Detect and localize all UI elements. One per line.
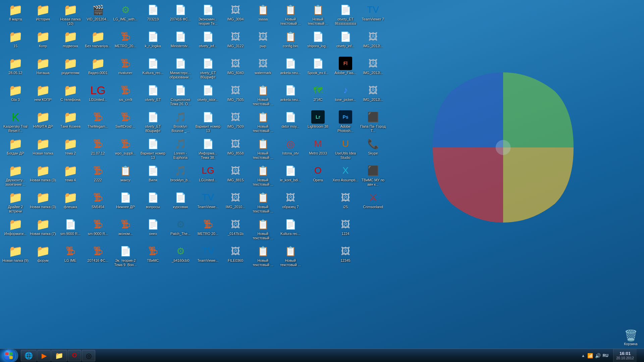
desktop-icon-img7509[interactable]: 🖼IMG_7509	[222, 109, 249, 136]
desktop-icon-21.07.12[interactable]: 🗜21.07.12	[84, 136, 112, 163]
desktop-icon-novyitek2[interactable]: 📋Новый текстовый ...	[249, 109, 277, 136]
desktop-icon-skype[interactable]: 📞Skype	[359, 136, 387, 163]
desktop-icon-ryp[interactable]: 🖼рыр	[249, 28, 277, 55]
desktop-icon-novayap9[interactable]: 📁Новая папка (9)	[2, 243, 29, 270]
desktop-icon-c84160cb[interactable]: ⚙_b4160cb0	[167, 243, 194, 270]
desktop-icon-novyytek[interactable]: 📋Новый текстовый ...	[304, 2, 332, 28]
desktop-icon-novyitek8[interactable]: 📋Новый текстовый ...	[277, 2, 304, 28]
desktop-icon-opera[interactable]: OOpera	[304, 163, 332, 189]
desktop-icon-stona_otv[interactable]: ◎Istona_otv	[277, 136, 304, 163]
desktop-icon-forum[interactable]: 📁форум	[29, 243, 57, 270]
desktop-icon-brooklyn_b2[interactable]: 🎵brooklyn_b...	[167, 163, 194, 189]
desktop-icon-lgunited[interactable]: LGLGUnited...	[84, 82, 112, 109]
desktop-icon-file0360[interactable]: 🖼FILE0360	[222, 243, 249, 270]
desktop-icon-variantnomer2[interactable]: 📄Вариант номер 13	[194, 109, 222, 136]
desktop-icon-roditelyam[interactable]: 📁родителям	[57, 55, 84, 82]
desktop-icon-novayap10[interactable]: 📁Новая папка (10)	[57, 2, 84, 28]
tray-arrow[interactable]: ▲	[581, 353, 585, 358]
desktop-icon-img20102[interactable]: 🖼IMG_2010...	[222, 189, 249, 216]
desktop-icon-gta3[interactable]: 📁Gta 3	[2, 82, 29, 109]
desktop-icon-beznaz[interactable]: 📁Без nazvaniya...	[84, 28, 112, 55]
taskbar-chrome[interactable]: ◎	[82, 350, 95, 361]
desktop-icon-anketanew2[interactable]: 📄anketa neu...	[277, 82, 304, 109]
desktop-icon-sm9000[interactable]: 📄sm-9000 R...	[57, 216, 84, 243]
desktop-icon-teamviewer7[interactable]: TVTeamViewer 7	[359, 2, 387, 28]
desktop-icon-metro20[interactable]: 🗜METRO_20...	[112, 28, 139, 55]
desktop-icon-papa[interactable]: ⬛Папа Па- Город Т...	[359, 109, 387, 136]
desktop-icon-dectormoу[interactable]: 📄dкtor mоу...	[277, 109, 304, 136]
desktop-icon-novayap4[interactable]: 📁Новая папка (3)	[29, 189, 57, 216]
desktop-icon-z0147b1b[interactable]: 🖼_0147b1b	[222, 216, 249, 243]
desktop-icon-img8815[interactable]: 🖼IMG_8815	[222, 163, 249, 189]
desktop-icon-vila[interactable]: 📄Виля	[139, 163, 167, 189]
taskbar-opera[interactable]: O	[68, 350, 81, 361]
desktop-icon-lg_ime_with[interactable]: ⚙LG_IME_with...	[112, 2, 139, 28]
desktop-icon-informati[interactable]: 📁Информати...	[2, 216, 29, 243]
desktop-icon-i25[interactable]: 🖼i25	[332, 189, 359, 216]
desktop-icon-otvety_inf[interactable]: 📄otvety_inf...	[194, 28, 222, 55]
desktop-icon-sm9000r[interactable]: 🗜sm-9000 R...	[84, 216, 112, 243]
desktop-icon-svyaz[interactable]: 📄онез	[139, 216, 167, 243]
desktop-icon-otvety_istor[interactable]: 📄otvety_ET 80шрифт	[194, 55, 222, 82]
desktop-icon-draive[interactable]: 📁Драйве 2 встречи	[2, 189, 29, 216]
desktop-icon-tema2[interactable]: 📁тема 2	[57, 136, 84, 163]
desktop-icon-teamview2[interactable]: TVTeamViewe...	[194, 189, 222, 216]
desktop-icon-novyitek9[interactable]: 📋Новый текстовый ...	[277, 243, 304, 270]
tray-lang[interactable]: RU	[603, 353, 608, 358]
desktop-icon-sociologiya[interactable]: 📄Социология Тема 26. О...	[167, 82, 194, 109]
desktop-icon-wpo_suppli[interactable]: 🗜wpo_suppli...	[112, 136, 139, 163]
tray-volume[interactable]: 🔊	[595, 353, 601, 358]
desktop-icon-dvuhkon[interactable]: 📁Двухконту... захигание ...	[2, 163, 29, 189]
desktop-icon-sis_cm9[interactable]: 🗜sis_cm9	[112, 82, 139, 109]
desktop-icon-nikitadr[interactable]: 📁НИКИТА ДР	[29, 109, 57, 136]
desktop-icon-tanya[interactable]: 📁Таня Козеев	[57, 109, 84, 136]
desktop-icon-podveski[interactable]: 📁подвеска	[57, 28, 84, 55]
desktop-icon-img20122[interactable]: 🖼IMG_2012l...	[359, 55, 387, 82]
desktop-icon-vid2012041[interactable]: 🎬VID_201204...	[84, 2, 112, 28]
desktop-icon-natasha[interactable]: 📁Наташа	[29, 55, 57, 82]
desktop-icon-video0001[interactable]: 📁Видео-0001	[84, 55, 112, 82]
desktop-icon-xeroassumpt[interactable]: XXero Assumpti...	[332, 163, 359, 189]
desktop-icon-img3122[interactable]: 🖼IMG_3122	[222, 28, 249, 55]
desktop-icon-lgime[interactable]: 🗜LG IME	[57, 243, 84, 270]
desktop-icon-novayap7[interactable]: 📁Новая папка (7)	[29, 216, 57, 243]
desktop-icon-8marta[interactable]: 📁8 марта	[2, 2, 29, 28]
desktop-icon-img20123[interactable]: 🖼IMG_2012l...	[359, 82, 387, 109]
desktop-icon-ekonomites[interactable]: 🗜эконом...	[112, 216, 139, 243]
desktop-icon-2gis[interactable]: 🗺2ГИС	[304, 82, 332, 109]
tray-network[interactable]: 📶	[587, 353, 593, 358]
desktop-icon-2222[interactable]: 🗜2222	[84, 163, 112, 189]
desktop-icon-usebutils[interactable]: UUseUtils Idea Studio	[332, 136, 359, 163]
desktop-icon-teamview3[interactable]: TVTeamViewe...	[194, 243, 222, 270]
desktop-icon-otvety_et[interactable]: 📄otvety_ET	[139, 82, 167, 109]
trash-icon[interactable]: 🗑️ Корзина	[622, 329, 640, 346]
desktop-icon-lekontbdi[interactable]: 📄le_kont_bdi...	[277, 163, 304, 189]
desktop-icon-adobe_photo[interactable]: PsAdobe Photosh...	[332, 109, 359, 136]
desktop-icon-crimsonland[interactable]: ⚔Crimsonland	[359, 189, 387, 216]
desktop-icon-img7505[interactable]: 🖼IMG_7505	[222, 82, 249, 109]
desktop-icon-ministerst[interactable]: 📄Ministerstv...	[167, 28, 194, 55]
desktop-icon-15[interactable]: 📁15	[2, 28, 29, 55]
desktop-icon-i1224[interactable]: 🖼1224	[332, 216, 359, 243]
desktop-icon-rivatuner[interactable]: 🗜rivatuner	[112, 55, 139, 82]
desktop-icon-sn5454[interactable]: 🗜SN5454	[84, 189, 112, 216]
desktop-icon-tbmc[interactable]: 🗜ТВиМС	[139, 243, 167, 270]
desktop-icon-ministertv[interactable]: 📄Министерс... образовани...	[167, 55, 194, 82]
desktop-icon-img20121[interactable]: 🖼IMG_2012l...	[359, 28, 387, 55]
desktop-icon-novayap[interactable]: 📁Новая папка	[29, 136, 57, 163]
desktop-icon-teoriya2[interactable]: 📄Эк. теория-2 Тема 9. Вон...	[112, 243, 139, 270]
desktop-icon-img3094[interactable]: 🖼IMG_3094	[222, 2, 249, 28]
desktop-icon-ekonom[interactable]: 📄Экономич... теория Те...	[194, 2, 222, 28]
desktop-icon-tone_picker[interactable]: ♪tone_picker...	[332, 82, 359, 109]
desktop-icon-maksy[interactable]: 📋максу	[112, 163, 139, 189]
desktop-icon-nishnee[interactable]: 📄Нижнее ДР	[112, 189, 139, 216]
desktop-icon-img8558[interactable]: 🖼IMG_8558	[222, 136, 249, 163]
desktop-icon-anketanew[interactable]: 📄anketa neu...	[277, 55, 304, 82]
desktop-icon-novayap3[interactable]: 📁Новая папка (3)	[29, 163, 57, 189]
desktop-icon-otvety_et2[interactable]: 📄otvety_ET 80шрифт	[139, 109, 167, 136]
desktop-icon-novyitek6[interactable]: 📋Новый текстовый ...	[249, 216, 277, 243]
desktop-icon-configbin[interactable]: 📋config.bin	[277, 28, 304, 55]
desktop-icon-spook_ex[interactable]: 📄Spook_ex il...	[304, 55, 332, 82]
desktop-icon-krlogika[interactable]: 📄k_r_logika	[139, 28, 167, 55]
desktop-icon-loreen[interactable]: 🎵Loreen - Euphoria	[167, 136, 194, 163]
